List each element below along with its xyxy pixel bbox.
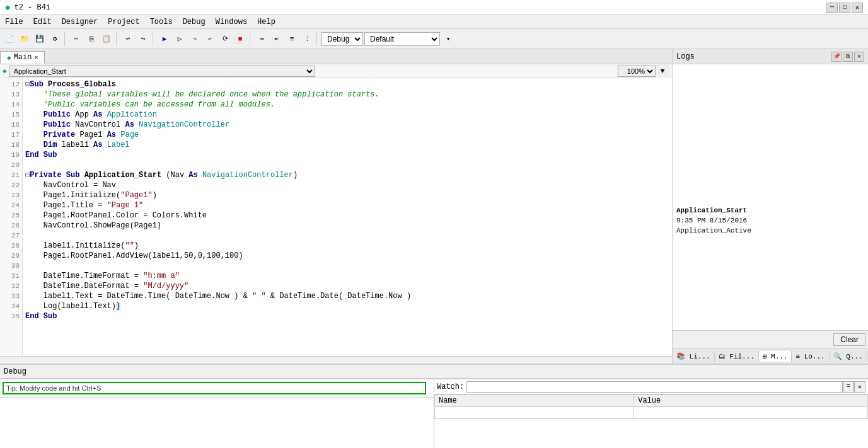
line-numbers: 12 13 14 15 16 17 18 19 20 21 22 23 24 2… bbox=[0, 78, 23, 356]
settings-button[interactable]: ▾ bbox=[441, 32, 455, 46]
line-num-14: 14 bbox=[0, 100, 22, 110]
line-num-31: 31 bbox=[0, 271, 22, 281]
debug-input-area bbox=[0, 379, 434, 398]
menu-project[interactable]: Project bbox=[103, 16, 144, 28]
project-button[interactable]: ⚙ bbox=[48, 32, 62, 46]
col-value: Value bbox=[634, 395, 868, 407]
format-button[interactable]: ≡ bbox=[285, 32, 299, 46]
new-button[interactable]: 📄 bbox=[3, 32, 16, 46]
logs-header-right: 📌 ⧉ ✕ bbox=[831, 52, 864, 62]
watch-label: Watch: bbox=[437, 382, 464, 391]
menu-file[interactable]: File bbox=[0, 16, 28, 28]
watch-clear-button[interactable]: ✕ bbox=[854, 381, 865, 393]
logs-tab-modules[interactable]: ⊞ M... Modules bbox=[759, 351, 792, 362]
logs-pin-button[interactable]: 📌 bbox=[831, 52, 842, 62]
line-num-18: 18 bbox=[0, 140, 22, 150]
log-entry-time: 9:35 PM 8/15/2016 bbox=[676, 215, 864, 226]
debug3-button[interactable]: ⟳ bbox=[218, 32, 232, 46]
watch-input[interactable] bbox=[466, 381, 843, 393]
logs-tab-files[interactable]: 🗂 Fil... bbox=[715, 351, 759, 362]
menu-tools[interactable]: Tools bbox=[145, 16, 178, 28]
run2-button[interactable]: ▷ bbox=[173, 32, 187, 46]
menu-edit[interactable]: Edit bbox=[28, 16, 57, 28]
log-entry-name: Application_Start bbox=[676, 205, 864, 215]
zoom-down-button[interactable]: ▼ bbox=[656, 64, 669, 78]
code-line-29: Page1.RootPanel.AddView(label1,50,0,100,… bbox=[25, 251, 669, 261]
debug1-button[interactable]: ↷ bbox=[188, 32, 202, 46]
code-line-12: ⊟Sub Process_Globals bbox=[25, 79, 669, 89]
format2-button[interactable]: ⋮ bbox=[300, 32, 314, 46]
code-line-19: End Sub bbox=[25, 150, 669, 160]
sub-icon: ◆ bbox=[3, 67, 7, 75]
logs-close-button[interactable]: ✕ bbox=[854, 52, 864, 62]
menu-debug[interactable]: Debug bbox=[178, 16, 211, 28]
title-bar-left: ◆ t2 - B4i bbox=[5, 2, 50, 13]
logs-tab-libraries[interactable]: 📚 Li... bbox=[673, 351, 715, 362]
zoom-dropdown[interactable]: 100% bbox=[618, 66, 656, 77]
logs-title: Logs bbox=[676, 52, 695, 61]
open-button[interactable]: 📁 bbox=[18, 32, 32, 46]
debug2-button[interactable]: ↶ bbox=[203, 32, 217, 46]
menu-designer[interactable]: Designer bbox=[57, 16, 103, 28]
minimize-button[interactable]: ─ bbox=[826, 3, 838, 13]
outdent-button[interactable]: ⇤ bbox=[270, 32, 284, 46]
line-num-30: 30 bbox=[0, 261, 22, 271]
line-num-34: 34 bbox=[0, 301, 22, 311]
code-line-32: DateTime.DateFormat = "M/d/yyyy" bbox=[25, 281, 669, 291]
logs-tab-quick[interactable]: 🔍 Q... bbox=[830, 351, 867, 362]
code-line-30 bbox=[25, 261, 669, 271]
title-bar: ◆ t2 - B4i ─ □ ✕ bbox=[0, 0, 868, 15]
code-content[interactable]: ⊟Sub Process_Globals 'These global varia… bbox=[23, 78, 672, 356]
code-line-25: Page1.RootPanel.Color = Colors.White bbox=[25, 210, 669, 221]
logs-tabs: 📚 Li... 🗂 Fil... ⊞ M... Modules ≡ Lo... … bbox=[673, 348, 868, 364]
maximize-button[interactable]: □ bbox=[839, 3, 850, 13]
logs-header: Logs 📌 ⧉ ✕ bbox=[673, 49, 868, 64]
undo-button[interactable]: ↩ bbox=[121, 32, 135, 46]
paste-button[interactable]: 📋 bbox=[100, 32, 113, 46]
app-title: t2 - B4i bbox=[14, 3, 50, 12]
sep1 bbox=[64, 32, 67, 46]
editor-tabs: ◆ Main ✕ bbox=[0, 49, 672, 64]
default-dropdown[interactable]: Default bbox=[364, 32, 440, 46]
line-num-26: 26 bbox=[0, 221, 22, 231]
save-button[interactable]: 💾 bbox=[33, 32, 47, 46]
debug-tip-input[interactable] bbox=[3, 382, 426, 394]
log-entry-extra: Application_Active bbox=[676, 226, 864, 236]
redo-button[interactable]: ↪ bbox=[136, 32, 150, 46]
run-button[interactable]: ▶ bbox=[158, 32, 171, 46]
menu-help[interactable]: Help bbox=[252, 16, 281, 28]
code-line-35: End Sub bbox=[25, 311, 669, 321]
code-area[interactable]: 12 13 14 15 16 17 18 19 20 21 22 23 24 2… bbox=[0, 78, 672, 356]
debug-bar-label: Debug bbox=[4, 367, 26, 376]
line-num-25: 25 bbox=[0, 210, 22, 221]
debug-dropdown[interactable]: Debug bbox=[321, 32, 363, 46]
line-num-15: 15 bbox=[0, 110, 22, 120]
close-button[interactable]: ✕ bbox=[852, 3, 863, 13]
tab-icon: ◆ bbox=[7, 54, 11, 62]
clear-button[interactable]: Clear bbox=[833, 333, 865, 346]
line-num-21: 21 bbox=[0, 170, 22, 180]
stop-button[interactable]: ■ bbox=[233, 32, 247, 46]
line-num-35: 35 bbox=[0, 311, 22, 321]
code-line-14: 'Public variables can be accessed from a… bbox=[25, 100, 669, 110]
tab-fil-icon: 🗂 bbox=[719, 353, 726, 360]
sep3 bbox=[153, 32, 155, 46]
sep2 bbox=[116, 32, 119, 46]
logs-float-button[interactable]: ⧉ bbox=[843, 52, 853, 62]
indent-button[interactable]: ⇥ bbox=[255, 32, 269, 46]
debug-watch: Watch: = ✕ Name Value bbox=[434, 379, 868, 448]
code-line-24: Page1.Title = "Page 1" bbox=[25, 200, 669, 210]
watch-calc-button[interactable]: = bbox=[843, 381, 854, 393]
logs-tab-logs[interactable]: ≡ Lo... bbox=[792, 352, 829, 362]
cut-button[interactable]: ✂ bbox=[69, 32, 83, 46]
app-icon: ◆ bbox=[5, 2, 10, 13]
menu-windows[interactable]: Windows bbox=[211, 16, 252, 28]
sub-dropdown[interactable]: Application_Start bbox=[9, 66, 316, 77]
horizontal-scrollbar[interactable] bbox=[0, 356, 672, 364]
logs-info: Application_Start 9:35 PM 8/15/2016 Appl… bbox=[673, 203, 868, 238]
logs-buttons: Clear bbox=[673, 331, 868, 348]
copy-button[interactable]: ⎘ bbox=[84, 32, 98, 46]
tab-close-button[interactable]: ✕ bbox=[34, 54, 38, 61]
main-area: ◆ Main ✕ ◆ Application_Start 100% ▼ 12 1… bbox=[0, 49, 868, 364]
main-tab[interactable]: ◆ Main ✕ bbox=[0, 51, 45, 64]
